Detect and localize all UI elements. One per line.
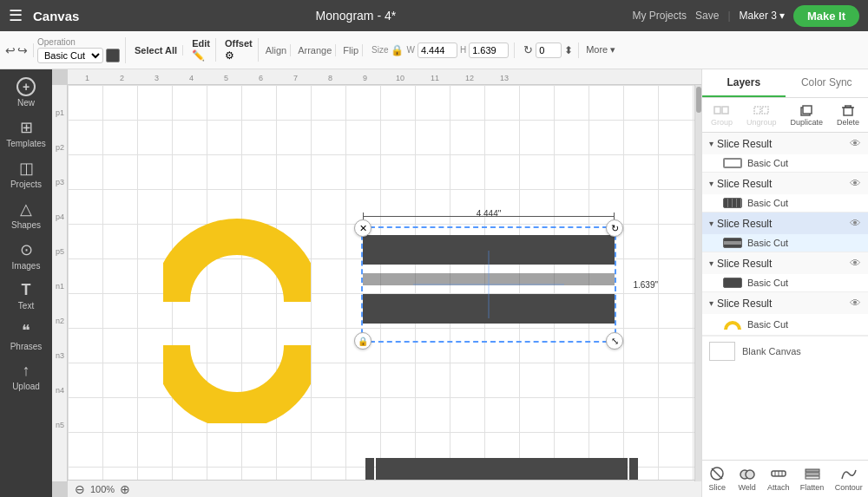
zoom-in-button[interactable]: ⊕ [120,482,130,496]
handle-top-right[interactable]: ↻ [606,219,623,237]
edit-button[interactable]: Edit [192,38,210,49]
panel-toolbar: Group Ungroup Duplicate Delete [702,98,868,133]
svg-text:1: 1 [85,74,89,82]
ungroup-label: Ungroup [746,118,777,127]
yellow-arc-top[interactable] [163,154,311,319]
layer-group-4: ▾ Slice Result 👁 Basic Cut [702,252,868,292]
my-projects-link[interactable]: My Projects [632,10,687,22]
rotate-icon: ↻ [523,43,533,56]
undo-button[interactable]: ↩ [5,43,16,57]
svg-text:4: 4 [189,74,194,82]
more-button[interactable]: More ▾ [582,43,619,57]
layer-swatch-4 [723,278,742,288]
layer-item-2[interactable]: Basic Cut [702,194,868,212]
lock-icon[interactable]: 🔒 [391,44,404,56]
svg-text:13: 13 [500,74,509,82]
size-label: Size [372,45,388,55]
layer-item-4[interactable]: Basic Cut [702,274,868,291]
selected-shape-container[interactable]: 4.444" 1.639" ✕ ↻ 🔒 ⤡ [363,228,615,341]
tab-color-sync[interactable]: Color Sync [786,69,869,97]
eye-icon-4[interactable]: 👁 [850,257,861,270]
ungroup-button[interactable]: Ungroup [744,101,779,128]
save-button[interactable]: Save [695,10,719,22]
zoom-level: 100% [90,484,115,494]
flip-button[interactable]: Flip [343,45,358,56]
eye-icon-3[interactable]: 👁 [850,217,861,230]
svg-rect-28 [803,106,812,114]
layer-item-1[interactable]: Basic Cut [702,154,868,172]
rotate-input[interactable] [536,43,562,58]
handle-top-left[interactable]: ✕ [354,219,372,237]
eye-icon-1[interactable]: 👁 [850,137,861,150]
eye-icon-5[interactable]: 👁 [850,297,861,310]
layer-label-2: Basic Cut [747,198,788,208]
bottom-bars-group[interactable] [376,458,628,481]
yellow-arc-bottom[interactable] [163,337,311,423]
svg-rect-42 [806,469,819,472]
layer-item-3[interactable]: Basic Cut [702,234,868,252]
sidebar-item-images[interactable]: ⊙ Images [3,236,49,275]
size-group: Size 🔒 W H [366,43,515,58]
sidebar-item-new[interactable]: + New [3,73,49,112]
delete-button[interactable]: Delete [834,101,862,128]
weld-button[interactable]: Weld [738,466,757,492]
width-input[interactable] [418,43,457,58]
layer-swatch-5 [723,317,742,331]
svg-text:p1: p1 [56,108,64,117]
scroll-indicator[interactable] [694,85,701,481]
sidebar-item-phrases[interactable]: ❝ Phrases [3,317,49,356]
flatten-button[interactable]: Flatten [800,466,825,492]
layer-group-1: ▾ Slice Result 👁 Basic Cut [702,133,868,173]
align-button[interactable]: Align [266,45,286,56]
sidebar-item-upload[interactable]: ↑ Upload [3,357,49,396]
text-icon: T [22,281,31,299]
sidebar-label-text: Text [18,301,34,311]
chevron-icon-4: ▾ [709,258,713,268]
blank-canvas-item[interactable]: Blank Canvas [702,336,868,366]
slice-button[interactable]: Slice [707,466,727,492]
duplicate-button[interactable]: Duplicate [787,101,825,128]
rotate-stepper[interactable]: ⬍ [564,44,573,56]
attach-button[interactable]: Attach [767,466,790,492]
sidebar-item-text[interactable]: T Text [3,277,49,315]
layers-list: ▾ Slice Result 👁 Basic Cut ▾ Slice Resul… [702,133,868,460]
layer-item-5[interactable]: Basic Cut [702,314,868,335]
contour-button[interactable]: Contour [835,466,863,492]
svg-text:9: 9 [363,74,367,82]
small-rect-left [365,458,374,481]
layer-group-header-2[interactable]: ▾ Slice Result 👁 [702,173,868,194]
eye-icon-2[interactable]: 👁 [850,177,861,190]
make-it-button[interactable]: Make It [793,5,859,27]
height-input[interactable] [469,43,509,58]
layer-group-header-4[interactable]: ▾ Slice Result 👁 [702,252,868,274]
layer-group-header-3[interactable]: ▾ Slice Result 👁 [702,213,868,234]
canvas-content[interactable]: 4.444" 1.639" ✕ ↻ 🔒 ⤡ [68,85,701,481]
sidebar-item-templates[interactable]: ⊞ Templates [3,114,49,153]
arrange-button[interactable]: Arrange [298,45,332,56]
ruler-top: 1 2 3 4 5 6 7 8 9 10 11 12 13 [68,69,701,85]
sidebar-item-shapes[interactable]: △ Shapes [3,195,49,234]
operation-color-swatch[interactable] [106,49,120,62]
sidebar-item-projects[interactable]: ◫ Projects [3,154,49,193]
group-button[interactable]: Group [708,101,735,128]
offset-button[interactable]: Offset [225,38,253,49]
canvas-area[interactable]: 1 2 3 4 5 6 7 8 9 10 11 12 13 p1 p2 p3 p… [52,69,701,497]
svg-text:p5: p5 [56,247,64,256]
tab-layers[interactable]: Layers [702,69,786,97]
handle-bottom-right[interactable]: ⤡ [606,332,623,350]
select-all-button[interactable]: Select All [135,45,177,56]
layer-group-header-5[interactable]: ▾ Slice Result 👁 [702,292,868,314]
maker-selector[interactable]: Maker 3 ▾ [740,10,785,22]
svg-rect-26 [762,107,768,114]
handle-bottom-left[interactable]: 🔒 [354,332,372,350]
operation-select[interactable]: Basic Cut [37,48,103,63]
layer-label-5: Basic Cut [747,319,788,330]
edit-group: Edit ✏️ [187,38,216,62]
menu-icon[interactable]: ☰ [9,6,23,25]
zoom-out-button[interactable]: ⊖ [75,482,85,496]
layer-group-header-1[interactable]: ▾ Slice Result 👁 [702,133,868,154]
redo-button[interactable]: ↪ [17,43,28,57]
projects-icon: ◫ [19,159,34,178]
offset-group: Offset ⚙ [220,38,259,62]
svg-text:p2: p2 [56,143,64,152]
